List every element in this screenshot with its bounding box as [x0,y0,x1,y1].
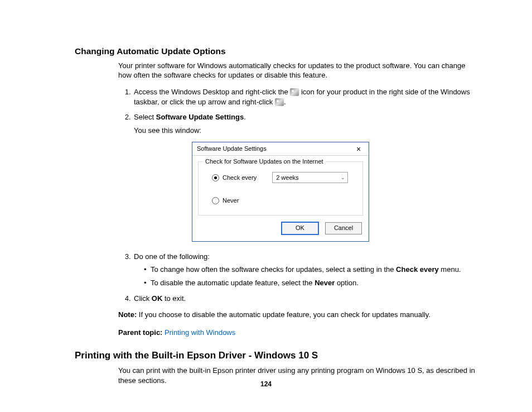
interval-dropdown[interactable]: 2 weeks ⌄ [272,172,348,183]
step-2: Select Software Update Settings. You see… [133,112,476,242]
b1-c: menu. [439,265,461,274]
note-block: Note: If you choose to disable the autom… [118,310,476,320]
b2-c: option. [335,279,359,287]
step2-text-a: Select [134,113,156,121]
step-1: Access the Windows Desktop and right-cli… [133,87,476,107]
note-text: If you choose to disable the automatic u… [137,310,431,319]
radio-never[interactable] [212,197,219,204]
parent-topic-label: Parent topic: [118,328,162,337]
cancel-button[interactable]: Cancel [325,222,362,234]
dialog-button-row: OK Cancel [192,215,369,241]
parent-topic-link[interactable]: Printing with Windows [165,328,235,337]
section1-intro: Your printer software for Windows automa… [118,61,476,80]
interval-dropdown-value: 2 weeks [276,174,298,182]
page-number: 124 [0,380,532,389]
close-icon[interactable]: × [353,145,364,153]
step2-bold: Software Update Settings [156,113,244,121]
bullet-1: To change how often the software checks … [144,265,476,275]
step4-c: to exit. [162,294,186,303]
radio-check-every-label: Check every [223,174,257,182]
section-heading-2: Printing with the Built-in Epson Driver … [75,349,476,362]
step1-text-a: Access the Windows Desktop and right-cli… [134,88,290,96]
radio-never-label: Never [223,197,239,205]
step1-text-c: . [284,98,286,106]
chevron-down-icon: ⌄ [341,174,345,181]
step-4: Click OK to exit. [133,294,476,304]
parent-topic: Parent topic: Printing with Windows [118,328,476,338]
b2-a: To disable the automatic update feature,… [151,279,315,287]
bullet-2: To disable the automatic update feature,… [144,278,476,288]
section-heading-1: Changing Automatic Update Options [75,46,476,58]
dialog-title: Software Update Settings [197,145,267,153]
note-label: Note: [118,310,137,319]
step2-sub: You see this window: [134,126,476,136]
b1-b: Check every [396,265,439,274]
dialog-titlebar: Software Update Settings × [192,142,369,156]
step3-bullets: To change how often the software checks … [134,265,476,288]
ok-button[interactable]: OK [282,222,318,234]
step3-text: Do one of the following: [134,252,210,261]
groupbox-legend: Check for Software Updates on the Intern… [203,157,326,166]
steps-list: Access the Windows Desktop and right-cli… [118,87,476,303]
software-update-settings-dialog: Software Update Settings × Check for Sof… [192,142,369,242]
product-tray-icon [290,88,299,96]
radio-check-every-row: Check every 2 weeks ⌄ [212,172,356,183]
step4-a: Click [134,294,152,303]
radio-never-row: Never [212,197,356,205]
step2-text-c: . [244,113,246,121]
product-tray-icon [275,98,284,106]
radio-check-every[interactable] [212,174,219,181]
b1-a: To change how often the software checks … [151,265,396,274]
b2-b: Never [315,279,335,287]
update-check-groupbox: Check for Software Updates on the Intern… [198,161,363,215]
step-3: Do one of the following: To change how o… [133,252,476,288]
dialog-screenshot: Software Update Settings × Check for Sof… [192,142,476,242]
step4-b: OK [152,294,163,303]
